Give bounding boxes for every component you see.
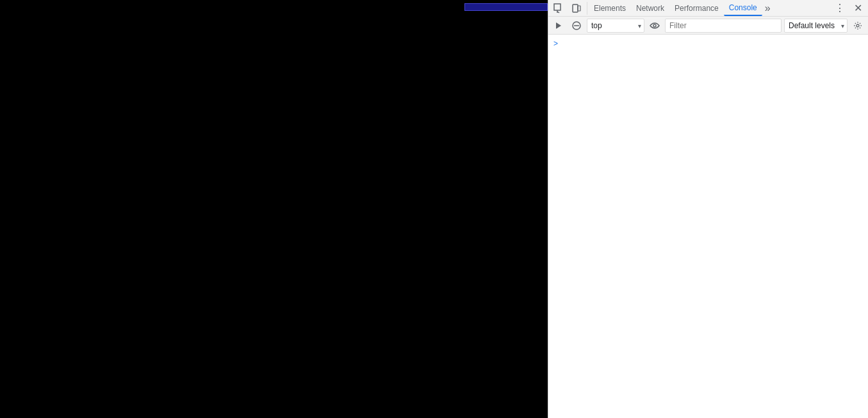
console-filter-input[interactable] xyxy=(665,19,782,33)
console-settings-button[interactable] xyxy=(850,19,865,33)
context-selector-wrapper[interactable]: top xyxy=(587,19,644,33)
progress-bar xyxy=(464,3,548,11)
svg-marker-5 xyxy=(556,22,561,29)
tab-performance[interactable]: Performance xyxy=(669,1,724,16)
console-content-area: > xyxy=(548,35,868,418)
svg-point-8 xyxy=(653,24,656,27)
svg-rect-0 xyxy=(554,4,561,10)
console-toolbar: top Default levels xyxy=(548,17,868,35)
inspect-element-button[interactable] xyxy=(550,1,568,16)
devtools-menu-button[interactable]: ⋮ xyxy=(831,1,849,16)
devtools-close-button[interactable]: ✕ xyxy=(849,1,867,16)
context-selector[interactable]: top xyxy=(587,19,644,33)
tab-console[interactable]: Console xyxy=(724,1,762,16)
more-tabs-button[interactable]: » xyxy=(762,3,773,14)
console-chevron-icon[interactable]: > xyxy=(553,39,558,48)
tab-separator-1 xyxy=(587,2,587,15)
devtools-panel: Elements Network Performance Console » ⋮… xyxy=(548,0,868,418)
log-levels-wrapper[interactable]: Default levels xyxy=(784,19,848,33)
browser-viewport xyxy=(0,0,548,418)
svg-rect-3 xyxy=(573,4,578,12)
devtools-tab-bar: Elements Network Performance Console » ⋮… xyxy=(548,0,868,17)
svg-point-9 xyxy=(856,24,859,27)
log-levels-selector[interactable]: Default levels xyxy=(784,19,848,33)
svg-rect-4 xyxy=(578,6,580,11)
tab-network[interactable]: Network xyxy=(631,1,669,16)
execute-button[interactable] xyxy=(551,19,566,33)
device-toolbar-button[interactable] xyxy=(568,1,585,16)
console-prompt-row: > xyxy=(548,37,868,50)
clear-console-button[interactable] xyxy=(569,19,584,33)
tab-elements[interactable]: Elements xyxy=(589,1,631,16)
live-expressions-button[interactable] xyxy=(647,19,662,33)
